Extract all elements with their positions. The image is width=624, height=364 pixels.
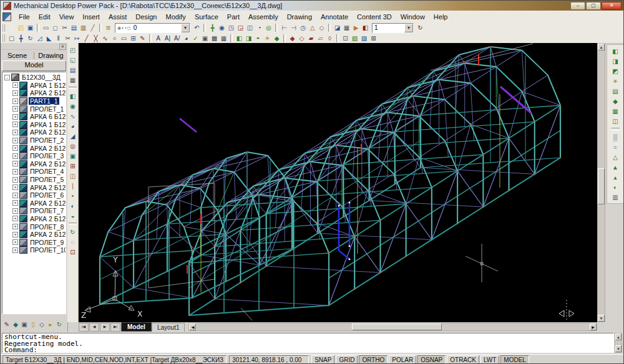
open-file-icon[interactable]: ◰	[16, 24, 26, 32]
pan-icon[interactable]: ╋	[208, 24, 217, 32]
match-properties-icon[interactable]: ╱	[88, 24, 97, 32]
annotation-icon[interactable]: △	[308, 24, 317, 32]
menu-item[interactable]: Assembly	[244, 12, 283, 22]
work-plane-icon[interactable]: ◫	[68, 171, 78, 181]
background-icon[interactable]: ▒	[610, 132, 620, 142]
new-part-icon[interactable]: ◆	[11, 320, 20, 328]
scale-icon[interactable]: ◿	[35, 34, 44, 42]
sketch-2d-icon[interactable]: ◱	[68, 55, 78, 65]
toggle-ortho[interactable]: ORTHO	[359, 355, 388, 364]
expand-icon[interactable]: +	[12, 169, 18, 175]
chevron-down-icon[interactable]: ▾	[404, 24, 413, 32]
bom-database-icon[interactable]: ▦	[342, 24, 351, 32]
expand-icon[interactable]: +	[12, 224, 18, 229]
paste-icon[interactable]: ▥	[79, 24, 88, 32]
close-button[interactable]: ✕	[602, 2, 622, 10]
spell-check-icon[interactable]: ✓	[191, 34, 200, 42]
balloon-icon[interactable]: ◇	[317, 24, 326, 32]
vertical-scroll-thumb[interactable]	[598, 168, 605, 204]
coordinates-readout[interactable]: 30121.40, 8918.16 , 0.00	[229, 355, 309, 364]
command-scrollbar[interactable]: ▲ ▼	[615, 333, 622, 353]
update-part-icon[interactable]: ↻	[68, 227, 78, 237]
shade-icon[interactable]: ◨	[244, 34, 253, 42]
offset-icon[interactable]: ‖	[54, 34, 63, 42]
tab-drawing[interactable]: Drawing	[34, 52, 67, 59]
expand-icon[interactable]: +	[12, 247, 18, 253]
expand-icon[interactable]: +	[12, 177, 18, 183]
tree-item[interactable]: +ПРОЛЕТ_1	[3, 105, 66, 113]
hide-icon[interactable]: ◓	[253, 34, 263, 42]
expand-icon[interactable]: +	[12, 216, 18, 221]
viewport-horizontal-scrollbar[interactable]: ◀ ▶	[188, 323, 597, 331]
menu-item[interactable]: Help	[429, 12, 452, 22]
catalog-icon[interactable]: ▦	[68, 75, 78, 85]
expand-icon[interactable]: +	[12, 114, 18, 120]
expand-icon[interactable]: +	[12, 239, 18, 245]
array-icon[interactable]: ⊞	[129, 34, 138, 42]
move-icon[interactable]: ╋	[16, 34, 26, 42]
part-reference-icon[interactable]: ▶	[351, 24, 361, 32]
zoom-object-icon[interactable]: ◕	[182, 34, 191, 42]
menu-item[interactable]: File	[14, 12, 34, 22]
named-views-icon[interactable]: ◫	[245, 24, 255, 32]
landscape-new-icon[interactable]: △	[610, 152, 620, 162]
edit-text-icon[interactable]: A/	[172, 34, 182, 42]
trim-icon[interactable]: ✂	[63, 34, 72, 42]
expand-icon[interactable]: +	[12, 208, 18, 214]
polyline-icon[interactable]: ∿	[100, 34, 110, 42]
sketch-icon[interactable]: ▱	[316, 34, 325, 42]
profile-icon[interactable]: ◊	[325, 34, 334, 42]
render-icon[interactable]: ◧	[235, 34, 244, 42]
render-preferences-icon[interactable]: ◐	[610, 182, 620, 192]
rectangle-icon[interactable]: ▭	[119, 34, 129, 42]
tree-item[interactable]: +АРКА 6 Б1230_1	[3, 113, 66, 121]
edit-part-icon[interactable]: ✎	[2, 320, 11, 328]
fog-icon[interactable]: ≈	[610, 142, 620, 152]
menu-item[interactable]: Window	[396, 12, 429, 22]
extrude-icon[interactable]: ◧	[68, 91, 78, 101]
layer-dropdown[interactable]: ◉◐▪◻0▾	[115, 23, 190, 33]
next-tab-button[interactable]: ▶	[100, 323, 110, 332]
desktop-options-icon[interactable]: ◇	[37, 320, 46, 328]
plot-icon[interactable]: ▭	[41, 24, 51, 32]
expand-icon[interactable]: +	[12, 138, 18, 143]
tree-item[interactable]: +ПРОЛЕТ_7	[3, 207, 66, 215]
toggle-model[interactable]: MODEL	[500, 355, 529, 364]
toggle-otrack[interactable]: OTRACK	[447, 355, 479, 364]
scroll-right-icon[interactable]: ▶	[590, 323, 597, 330]
render-window-icon[interactable]: ◩	[610, 66, 620, 76]
materials-library-icon[interactable]: ▦	[610, 106, 620, 116]
lights-icon[interactable]: ☀	[263, 34, 272, 42]
maximize-button[interactable]: ▢	[586, 2, 601, 10]
scroll-up-icon[interactable]: ▲	[598, 44, 605, 50]
mapping-icon[interactable]: ◫	[610, 116, 620, 126]
power-view-icon[interactable]: ↻	[416, 24, 425, 32]
prev-tab-button[interactable]: ◀	[89, 323, 99, 332]
symbol-library-icon[interactable]: ◪	[333, 24, 342, 32]
collapse-icon[interactable]: -	[4, 75, 10, 80]
undo-icon[interactable]: ↶	[192, 24, 202, 32]
menu-item[interactable]: Part	[223, 12, 244, 22]
scroll-down-icon[interactable]: ▼	[615, 345, 622, 352]
menu-item[interactable]: Content 3D	[353, 12, 396, 22]
viewport-vertical-scrollbar[interactable]: ▲ ▼	[597, 43, 605, 322]
detail-view-icon[interactable]: ◷	[298, 24, 308, 32]
menu-item[interactable]: Annotate	[316, 12, 353, 22]
chamfer-feature-icon[interactable]: ◢	[68, 131, 78, 141]
tree-item[interactable]: +АРКА 1 Б1230_1	[3, 82, 66, 90]
tab-model-space[interactable]: Model	[121, 322, 152, 332]
mtext-icon[interactable]: A|	[163, 34, 172, 42]
tree-item[interactable]: +ПРОЛЕТ_5	[3, 176, 66, 184]
landscape-edit-icon[interactable]: ▲	[610, 162, 620, 172]
clipboard-icon[interactable]: ▣	[20, 320, 29, 328]
statistics-icon[interactable]: ▥	[610, 192, 620, 202]
scroll-up-icon[interactable]: ▲	[615, 333, 622, 340]
toggle-lwt[interactable]: LWT	[480, 355, 499, 364]
toggle-grid[interactable]: GRID	[336, 355, 358, 364]
toggle-snap[interactable]: SNAP	[311, 355, 334, 364]
text-style-dropdown[interactable]: 1▾	[372, 23, 414, 33]
tree-item[interactable]: +PART1_1	[3, 97, 66, 105]
toolbody-icon[interactable]: ▤	[68, 65, 78, 75]
tab-layout1[interactable]: Layout1	[152, 323, 185, 332]
tree-item[interactable]: +ПРОЛЕТ_6	[3, 191, 66, 199]
